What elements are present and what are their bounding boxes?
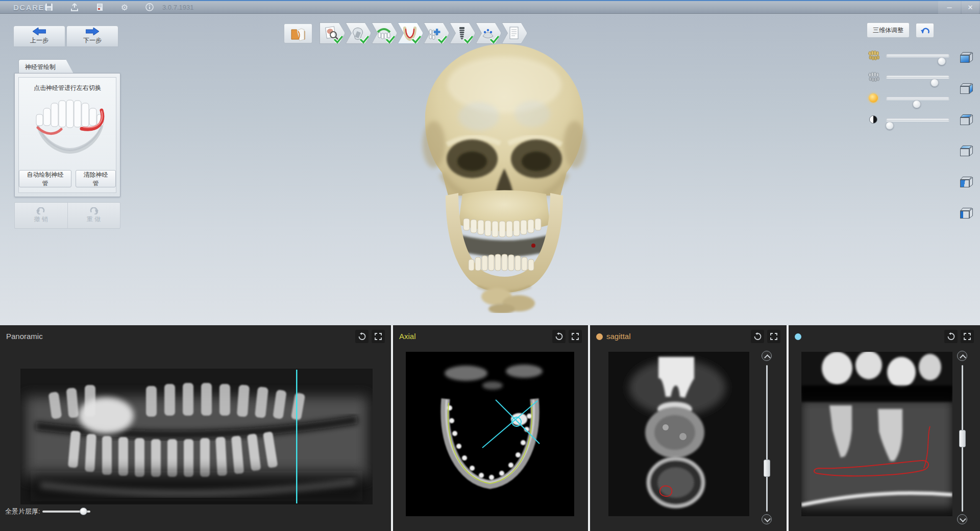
viewport-strip: Panoramic bbox=[0, 325, 980, 531]
undo-redo-group: 撤 销 重 做 bbox=[14, 202, 120, 229]
slider-thumb[interactable] bbox=[913, 100, 921, 108]
brightness-icon bbox=[867, 91, 880, 105]
undo-icon bbox=[36, 207, 46, 214]
mandible-nerve-preview[interactable] bbox=[32, 97, 108, 156]
previous-step-button[interactable]: 上一步 bbox=[13, 26, 65, 47]
view-top-icon[interactable] bbox=[959, 112, 975, 128]
view-cube-list bbox=[959, 50, 976, 240]
step-implant-crown[interactable] bbox=[346, 22, 371, 44]
sagittal-dot bbox=[596, 333, 603, 340]
gray-teeth-icon bbox=[867, 70, 880, 83]
reset-icon[interactable] bbox=[552, 330, 566, 343]
volume-adjust-button[interactable]: 三维体调整 bbox=[867, 22, 910, 38]
bone-teeth-icon bbox=[867, 49, 880, 62]
redo-button[interactable]: 重 做 bbox=[67, 203, 120, 228]
clear-nerve-button[interactable]: 清除神经管 bbox=[76, 170, 116, 187]
view-front-icon[interactable] bbox=[959, 50, 975, 65]
scroll-thumb[interactable] bbox=[959, 430, 966, 447]
step-patient-photo[interactable] bbox=[320, 22, 345, 44]
minimize-button[interactable]: ─ bbox=[938, 1, 961, 14]
nerve-canal-panel: 点击神经管进行左右切换 bbox=[14, 73, 120, 197]
viewport-title-sagittal: sagittal bbox=[606, 332, 631, 341]
redo-icon bbox=[89, 207, 99, 214]
panoramic-thickness-row: 全景片层厚: bbox=[5, 507, 90, 516]
arrow-right-icon bbox=[86, 28, 99, 35]
view-back-icon[interactable] bbox=[959, 143, 975, 159]
nerve-hint-text: 点击神经管进行左右切换 bbox=[19, 84, 116, 92]
settings-icon[interactable]: ⚙ bbox=[118, 2, 131, 13]
cross-section-image[interactable] bbox=[801, 352, 952, 516]
brightness-slider[interactable] bbox=[867, 91, 950, 105]
tissue-opacity-slider[interactable] bbox=[867, 69, 950, 84]
export-icon[interactable] bbox=[68, 2, 81, 13]
cross-section-dot bbox=[795, 333, 801, 340]
folder-icon bbox=[289, 26, 307, 41]
scroll-down-icon[interactable] bbox=[762, 514, 772, 524]
reset-icon[interactable] bbox=[751, 330, 764, 343]
fullscreen-icon[interactable] bbox=[961, 330, 974, 343]
titlebar: DCARER ⚙ 3.0.7.1931 ─ ✕ bbox=[0, 0, 980, 14]
panoramic-image[interactable] bbox=[20, 369, 373, 504]
thickness-thumb[interactable] bbox=[80, 508, 87, 515]
view-front-left-icon[interactable] bbox=[959, 175, 975, 190]
reset-view-button[interactable] bbox=[916, 23, 934, 38]
slider-thumb[interactable] bbox=[938, 57, 946, 65]
fullscreen-icon[interactable] bbox=[767, 330, 780, 343]
view-right-icon[interactable] bbox=[959, 81, 975, 96]
check-icon bbox=[334, 36, 343, 43]
save-icon[interactable] bbox=[43, 2, 55, 13]
thickness-label: 全景片层厚: bbox=[5, 507, 40, 516]
cross-section-scrollbar bbox=[956, 348, 969, 527]
undo-arrow-icon bbox=[920, 26, 930, 35]
fullscreen-icon[interactable] bbox=[372, 330, 385, 343]
fullscreen-icon[interactable] bbox=[569, 330, 582, 343]
open-case-button[interactable] bbox=[284, 23, 312, 43]
cross-section-viewport bbox=[789, 325, 980, 531]
sagittal-scrollbar bbox=[761, 348, 774, 527]
report-icon bbox=[506, 26, 522, 41]
reset-icon[interactable] bbox=[944, 330, 958, 343]
skull-3d-view[interactable] bbox=[402, 40, 606, 313]
nerve-canal-tab[interactable]: 神经管绘制 bbox=[18, 59, 74, 74]
slider-thumb[interactable] bbox=[930, 79, 939, 87]
sagittal-viewport: sagittal bbox=[590, 325, 787, 531]
scroll-up-icon[interactable] bbox=[957, 351, 967, 361]
axial-image[interactable] bbox=[406, 352, 574, 516]
scroll-down-icon[interactable] bbox=[957, 514, 967, 524]
viewport-title-panoramic: Panoramic bbox=[6, 332, 43, 341]
step-upper-arch[interactable] bbox=[372, 22, 397, 44]
bone-opacity-slider[interactable] bbox=[867, 48, 950, 62]
auto-draw-nerve-button[interactable]: 自动绘制神经管 bbox=[19, 170, 71, 187]
close-button[interactable]: ✕ bbox=[962, 1, 979, 14]
view-left-icon[interactable] bbox=[959, 206, 975, 221]
check-icon bbox=[386, 36, 395, 43]
panoramic-thickness-slider[interactable] bbox=[42, 508, 90, 516]
scroll-thumb[interactable] bbox=[764, 460, 770, 477]
viewport-title-axial: Axial bbox=[399, 332, 416, 341]
arrow-left-icon bbox=[33, 28, 46, 35]
sagittal-image[interactable] bbox=[608, 352, 749, 516]
slider-thumb[interactable] bbox=[886, 122, 894, 130]
undo-button[interactable]: 撤 销 bbox=[15, 203, 67, 228]
next-step-button[interactable]: 下一步 bbox=[66, 26, 118, 47]
check-icon bbox=[360, 36, 369, 43]
report-icon[interactable] bbox=[93, 2, 106, 13]
info-icon[interactable] bbox=[143, 2, 156, 13]
reset-icon[interactable] bbox=[355, 330, 369, 343]
version-label: 3.0.7.1931 bbox=[162, 4, 193, 11]
panoramic-viewport: Panoramic bbox=[0, 325, 391, 531]
step-navigation: 上一步 下一步 bbox=[13, 26, 119, 47]
scroll-up-icon[interactable] bbox=[762, 351, 772, 361]
contrast-slider[interactable] bbox=[867, 112, 950, 127]
main-workspace: 上一步 下一步 神经管绘制 点击神经管进行左右切换 bbox=[0, 14, 980, 325]
axial-viewport: Axial bbox=[393, 325, 588, 531]
contrast-icon bbox=[867, 113, 880, 126]
